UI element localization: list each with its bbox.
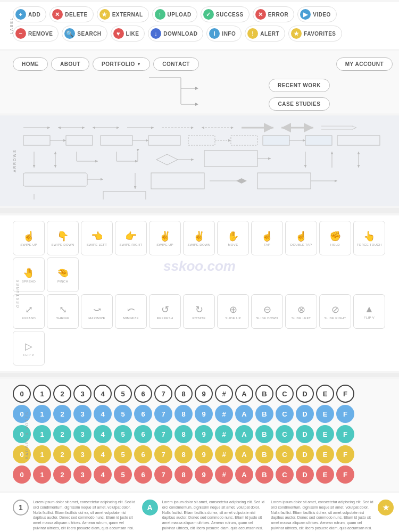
nav-recent-work[interactable]: RECENT WORK	[269, 79, 330, 92]
badge-br4-C: C	[276, 445, 294, 463]
gesture-rotate[interactable]: ↻ ROTATE	[183, 294, 215, 329]
gesture-slide-up[interactable]: ⊕ SLIDE UP	[217, 294, 249, 329]
nav-case-studies[interactable]: CASE STUDIES	[269, 97, 330, 111]
spread-icon: 🤚	[23, 267, 35, 279]
badge-br1-1: 1	[33, 385, 51, 403]
nav-home[interactable]: HOME	[13, 57, 48, 71]
svg-marker-36	[156, 154, 178, 165]
label-external[interactable]: ★ EXTERNAL	[97, 6, 149, 22]
gesture-swipe-down[interactable]: 👇 SWIPE DOWN	[47, 221, 79, 255]
note-3: Lorem ipsum dolor sit amet, consectetur …	[271, 500, 394, 531]
badge-br3-2: 2	[53, 425, 71, 443]
label-search[interactable]: 🔍 SEARCH	[62, 26, 107, 41]
gesture-minimize[interactable]: ⤺ MINIMIZE	[115, 294, 147, 329]
badge-br3-4: 4	[94, 425, 112, 443]
gestures-section: GESTURES ☝ SWIPE UP 👇 SWIPE DOWN 👈 SWIPE…	[0, 215, 399, 371]
nav-portfolio[interactable]: PORTFOLIO ▼	[93, 57, 150, 71]
gesture-hold[interactable]: ✊ HOLD	[319, 221, 351, 255]
like-icon: ♥	[113, 28, 124, 39]
gesture-swipe-down2[interactable]: ✌ SWIPE DOWN	[183, 221, 215, 255]
badge-br3-8: 8	[174, 425, 193, 443]
gesture-flip-v2[interactable]: ▷ FLIP V	[13, 331, 45, 365]
nav-about[interactable]: ABOUT	[51, 57, 89, 71]
gesture-slide-down[interactable]: ⊖ SLIDE DOWN	[251, 294, 283, 329]
svg-rect-27	[305, 136, 332, 145]
nav-my-account[interactable]: MY ACCOUNT	[336, 57, 393, 71]
svg-rect-43	[23, 173, 87, 186]
gesture-refresh[interactable]: ↺ REFRESH	[149, 294, 181, 329]
badge-br2-E: E	[316, 405, 334, 423]
gesture-force-touch[interactable]: 👆 FORCE TOUCH	[353, 221, 385, 255]
badge-br2-8: 8	[174, 405, 193, 423]
badge-br1-E: E	[316, 385, 334, 403]
slide-right-icon: ⊘	[331, 304, 339, 315]
label-success[interactable]: ✓ SUCCESS	[201, 6, 250, 22]
note-3-text: Lorem ipsum dolor sit amet, consectetur …	[271, 500, 373, 531]
badge-br1-8: 8	[174, 385, 193, 403]
move-icon: ✋	[227, 230, 239, 242]
swipe-right-icon: 👉	[125, 230, 137, 242]
label-favorites[interactable]: ★ FAVORITES	[288, 26, 342, 41]
hold-icon: ✊	[329, 230, 341, 242]
badge-br4-2: 2	[53, 445, 71, 463]
delete-icon: ✕	[52, 9, 63, 20]
svg-rect-24	[231, 136, 257, 145]
badge-br5-B: B	[255, 466, 273, 484]
svg-rect-38	[204, 151, 257, 167]
label-delete[interactable]: ✕ DELETE	[49, 6, 93, 22]
gesture-tap[interactable]: ☝ TAP	[251, 221, 283, 255]
badge-br2-C: C	[276, 405, 294, 423]
gesture-swipe-up2[interactable]: ✌ SWIPE UP	[149, 221, 181, 255]
swipe-up2-icon: ✌	[159, 230, 171, 242]
gesture-pinch[interactable]: 🤏 PINCH	[47, 257, 79, 292]
badge-br5-7: 7	[154, 466, 172, 484]
gesture-swipe-left[interactable]: 👈 SWIPE LEFT	[81, 221, 113, 255]
remove-icon: −	[15, 28, 26, 39]
svg-rect-18	[66, 136, 93, 145]
gesture-shrink[interactable]: ⤡ SHRINK	[47, 294, 79, 329]
label-download[interactable]: ↓ DOWNLOAD	[148, 26, 203, 41]
label-upload[interactable]: ↑ UPLOAD	[152, 6, 197, 22]
badge-br5-3: 3	[73, 466, 92, 484]
badge-br3-D: D	[296, 425, 314, 443]
badge-br5-6: 6	[134, 466, 152, 484]
search-icon: 🔍	[64, 28, 75, 39]
badge-br1-7: 7	[154, 385, 172, 403]
chevron-down-icon: ▼	[137, 62, 141, 66]
nav-contact[interactable]: CONTACT	[153, 57, 199, 71]
label-like[interactable]: ♥ LIKE	[111, 26, 145, 41]
gesture-double-tap[interactable]: ☝ DOUBLE TAP	[285, 221, 317, 255]
label-info[interactable]: i INFO	[206, 26, 242, 41]
badge-row-outline-dark: 0123456789#ABCDEF	[13, 385, 394, 403]
badge-br3-A: A	[235, 425, 253, 443]
gesture-flip-v[interactable]: ▲ FLIP V	[353, 294, 385, 329]
label-alert[interactable]: ! ALERT	[245, 26, 285, 41]
nav-bar: HOME ABOUT PORTFOLIO ▼ CONTACT MY ACCOUN…	[13, 57, 393, 71]
label-add[interactable]: + ADD	[13, 6, 46, 22]
gesture-swipe-up[interactable]: ☝ SWIPE UP	[13, 221, 45, 255]
badge-br3-#: #	[215, 425, 233, 443]
gesture-slide-left[interactable]: ⊗ SLIDE LEFT	[285, 294, 317, 329]
badge-row-fill-red: 0123456789#ABCDEF	[13, 466, 394, 484]
svg-rect-49	[257, 173, 311, 189]
badge-br1-3: 3	[73, 385, 92, 403]
slide-left-icon: ⊗	[297, 304, 305, 315]
label-row-2: − REMOVE 🔍 SEARCH ♥ LIKE ↓ DOWNLOAD i IN…	[13, 26, 395, 41]
nav-dropdown: RECENT WORK CASE STUDIES	[269, 79, 330, 111]
gesture-slide-right[interactable]: ⊘ SLIDE RIGHT	[319, 294, 351, 329]
badge-br2-A: A	[235, 405, 253, 423]
slide-up-icon: ⊕	[229, 304, 237, 315]
gesture-move[interactable]: ✋ MOVE	[217, 221, 249, 255]
gesture-swipe-right[interactable]: 👉 SWIPE RIGHT	[115, 221, 147, 255]
gesture-maximize[interactable]: ⤻ MAXIMIZE	[81, 294, 113, 329]
label-remove[interactable]: − REMOVE	[13, 26, 59, 41]
badge-br1-0: 0	[13, 385, 31, 403]
badge-br5-F: F	[336, 466, 354, 484]
badges-section: BADGES & NOTES 0123456789#ABCDEF 0123456…	[0, 379, 399, 491]
arrows-svg	[18, 120, 390, 200]
note-1-badge: 1	[13, 500, 29, 516]
badge-br2-6: 6	[134, 405, 152, 423]
label-video[interactable]: ▶ VIDEO	[297, 6, 337, 22]
badge-br5-1: 1	[33, 466, 51, 484]
label-error[interactable]: ✕ ERROR	[253, 6, 295, 22]
